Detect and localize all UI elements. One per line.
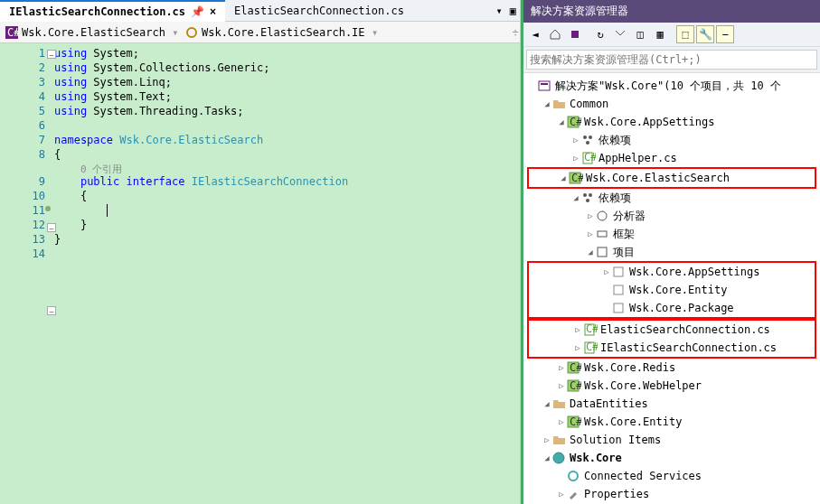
back-icon[interactable]: ◄ xyxy=(526,25,544,43)
highlight-box: ▷C#ElasticSearchConnection.cs ▷C#IElasti… xyxy=(527,319,816,359)
tab-label: ElasticSearchConnection.cs xyxy=(234,5,404,17)
svg-rect-4 xyxy=(539,81,550,90)
expand-icon[interactable]: ▷ xyxy=(585,211,596,220)
wrench-icon xyxy=(567,488,581,500)
collapse-icon[interactable]: ◢ xyxy=(556,117,567,126)
expand-icon[interactable]: ▷ xyxy=(556,381,567,390)
expand-icon[interactable]: ▷ xyxy=(570,135,581,145)
solution-node[interactable]: 解决方案"Wsk.Core"(10 个项目，共 10 个 xyxy=(527,77,816,95)
framework-node[interactable]: ▷框架 xyxy=(527,225,816,243)
svg-text:C#: C# xyxy=(570,361,581,374)
nav-scope[interactable]: C# Wsk.Core.ElasticSearch xyxy=(0,23,171,42)
svg-point-18 xyxy=(598,211,607,220)
svg-rect-3 xyxy=(571,31,579,38)
collapse-icon[interactable]: ◢ xyxy=(585,247,596,257)
folder-slnitems[interactable]: ▷Solution Items xyxy=(527,431,816,449)
editor-pane: IElasticSearchConnection.cs 📌 × ElasticS… xyxy=(0,0,521,504)
csproj-icon: C# xyxy=(567,379,581,392)
svg-rect-22 xyxy=(614,285,623,294)
svg-point-34 xyxy=(553,453,564,463)
minus-icon[interactable]: − xyxy=(716,25,734,43)
toolbar: ◄ ↻ ◫ ▦ ⬚ 🔧 − xyxy=(523,23,820,47)
tab-dropdown-icon[interactable]: ▾ xyxy=(493,5,506,17)
cs-icon: C# xyxy=(583,341,598,354)
nav-bar: C# Wsk.Core.ElasticSearch ▾ Wsk.Core.Ela… xyxy=(0,22,520,43)
file-esc[interactable]: ▷C#ElasticSearchConnection.cs xyxy=(529,321,815,339)
csproj-icon: C# xyxy=(567,116,581,128)
folder-icon xyxy=(552,434,567,446)
expand-icon[interactable]: ▷ xyxy=(572,325,583,334)
collapse-icon[interactable]: ◢ xyxy=(542,399,552,408)
code-editor[interactable]: 1− 2 3 4 5 6 7− 8 9− 10 11 12 13 14 usin… xyxy=(0,43,520,504)
pin-icon[interactable]: 📌 xyxy=(191,5,204,18)
collapse-icon[interactable]: ◢ xyxy=(542,453,552,462)
project-elastic[interactable]: ◢C#Wsk.Core.ElasticSearch xyxy=(529,169,815,187)
project-refs[interactable]: ◢项目 xyxy=(527,243,816,261)
fold-icon[interactable]: − xyxy=(47,306,56,315)
tab-fullscreen-icon[interactable]: ▣ xyxy=(506,5,520,17)
split-icon[interactable]: ÷ xyxy=(511,26,520,39)
tree: 解决方案"Wsk.Core"(10 个项目，共 10 个 ◢Common ◢C#… xyxy=(523,73,820,504)
tab-inactive[interactable]: ElasticSearchConnection.cs xyxy=(225,0,413,22)
solution-explorer: 解决方案资源管理器 ◄ ↻ ◫ ▦ ⬚ 🔧 − 解决方案"Wsk.Core"(1… xyxy=(521,0,820,504)
source[interactable]: using System; using System.Collections.G… xyxy=(54,43,520,504)
svg-text:C#: C# xyxy=(7,26,18,39)
svg-rect-20 xyxy=(598,247,607,257)
search-box xyxy=(523,47,820,73)
refresh-icon[interactable]: ↻ xyxy=(591,25,609,43)
ref-icon xyxy=(612,266,627,278)
expand-icon[interactable]: ▷ xyxy=(570,154,581,163)
ref-entity[interactable]: Wsk.Core.Entity xyxy=(529,281,815,299)
wrench-icon[interactable]: 🔧 xyxy=(696,25,714,43)
expand-icon[interactable]: ▷ xyxy=(585,229,596,238)
folder-icon xyxy=(552,397,567,410)
properties-node[interactable]: ▷Properties xyxy=(527,485,816,503)
expand-icon[interactable]: ▷ xyxy=(556,363,567,372)
analyzer-icon xyxy=(596,210,610,222)
home-icon[interactable] xyxy=(546,25,564,43)
folder-common[interactable]: ◢Common xyxy=(527,95,816,113)
svg-rect-21 xyxy=(614,267,623,276)
svg-point-16 xyxy=(589,193,592,197)
svg-text:C#: C# xyxy=(586,341,598,353)
svg-point-17 xyxy=(586,199,589,202)
collapse-icon[interactable]: ◢ xyxy=(558,173,569,182)
file-apphelper[interactable]: ▷C#AppHelper.cs xyxy=(527,149,816,167)
search-input[interactable] xyxy=(526,50,817,70)
project-redis[interactable]: ▷C#Wsk.Core.Redis xyxy=(527,359,816,377)
project-entity[interactable]: ▷C#Wsk.Core.Entity xyxy=(527,413,816,431)
csharp-icon: C# xyxy=(5,26,18,39)
file-iesc[interactable]: ▷C#IElasticSearchConnection.cs xyxy=(529,339,815,357)
expand-icon[interactable]: ▷ xyxy=(556,490,567,499)
expand-icon[interactable]: ▷ xyxy=(572,343,583,352)
ref-appsettings[interactable]: ▷Wsk.Core.AppSettings xyxy=(529,263,815,281)
project-appsettings[interactable]: ◢C#Wsk.Core.AppSettings xyxy=(527,113,816,131)
project-icon xyxy=(596,246,610,258)
fold-icon[interactable]: − xyxy=(47,50,56,59)
project-wskcore[interactable]: ◢Wsk.Core xyxy=(527,449,816,467)
svg-point-10 xyxy=(586,141,589,145)
expand-icon[interactable]: ▷ xyxy=(601,267,612,276)
properties-icon[interactable]: ▦ xyxy=(651,25,669,43)
folder-dataentities[interactable]: ◢DataEntities xyxy=(527,395,816,413)
expand-icon[interactable]: ▷ xyxy=(556,417,567,426)
ref-package[interactable]: Wsk.Core.Package xyxy=(529,299,815,317)
deps-node[interactable]: ▷依赖项 xyxy=(527,131,816,149)
nav-type[interactable]: Wsk.Core.ElasticSearch.IE xyxy=(180,23,371,42)
expand-icon[interactable]: ▷ xyxy=(542,435,552,444)
tab-active[interactable]: IElasticSearchConnection.cs 📌 × xyxy=(0,0,225,22)
collapse-icon[interactable]: ◢ xyxy=(570,193,581,202)
deps-icon xyxy=(581,134,596,146)
preview-icon[interactable]: ⬚ xyxy=(676,25,694,43)
collapse-icon[interactable]: ◢ xyxy=(542,99,552,108)
deps-elastic[interactable]: ◢依赖项 xyxy=(527,189,816,207)
analyzer-node[interactable]: ▷分析器 xyxy=(527,207,816,225)
show-all-icon[interactable]: ◫ xyxy=(631,25,649,43)
project-webhelper[interactable]: ▷C#Wsk.Core.WebHelper xyxy=(527,377,816,395)
connected-svc[interactable]: Connected Services xyxy=(527,467,816,485)
close-icon[interactable]: × xyxy=(210,5,216,18)
deps-icon xyxy=(581,191,596,204)
collapse-icon[interactable] xyxy=(611,25,629,43)
sync-icon[interactable] xyxy=(566,25,584,43)
tab-bar: IElasticSearchConnection.cs 📌 × ElasticS… xyxy=(0,0,520,22)
